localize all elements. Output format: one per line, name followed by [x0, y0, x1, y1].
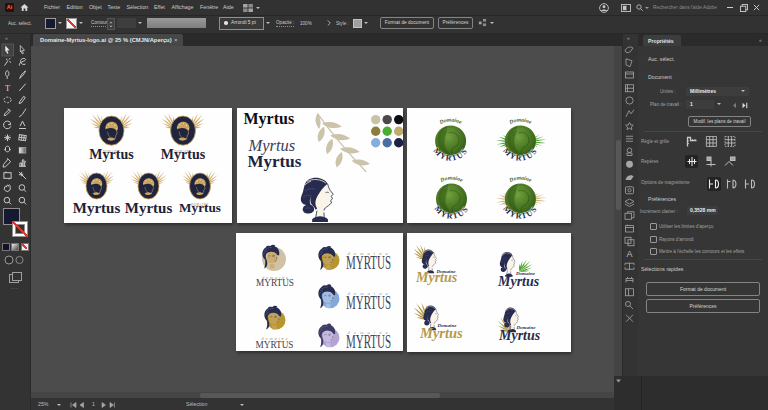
svg-text:T: T: [5, 83, 11, 93]
svg-text:A: A: [626, 249, 632, 259]
svg-text:Domaine: Domaine: [507, 116, 533, 125]
svg-text:Myrtus: Myrtus: [415, 270, 458, 285]
svg-text:Myrtus: Myrtus: [497, 274, 540, 289]
svg-text:Myrtus: Myrtus: [419, 325, 463, 341]
svg-text:Myrtus: Myrtus: [161, 147, 206, 162]
svg-text:Myrtus: Myrtus: [73, 200, 121, 216]
svg-text:Myrtus: Myrtus: [248, 152, 302, 171]
svg-text:Domaine: Domaine: [437, 116, 463, 125]
svg-text:Domaine: Domaine: [438, 174, 464, 183]
svg-text:Myrtus: Myrtus: [244, 110, 295, 128]
svg-text:MYRTUS: MYRTUS: [256, 338, 294, 350]
svg-text:MYRTUS: MYRTUS: [256, 276, 294, 288]
svg-text:Myrtus: Myrtus: [498, 328, 541, 343]
svg-text:Myrtus: Myrtus: [179, 200, 221, 215]
svg-text:MYRTUS: MYRTUS: [346, 293, 391, 313]
svg-text:MYRTUS: MYRTUS: [346, 332, 391, 351]
svg-text:Myrtus: Myrtus: [125, 200, 173, 216]
svg-text:MYRTUS: MYRTUS: [346, 253, 391, 273]
svg-text:Myrtus: Myrtus: [89, 147, 134, 162]
svg-text:Domaine: Domaine: [507, 174, 533, 183]
